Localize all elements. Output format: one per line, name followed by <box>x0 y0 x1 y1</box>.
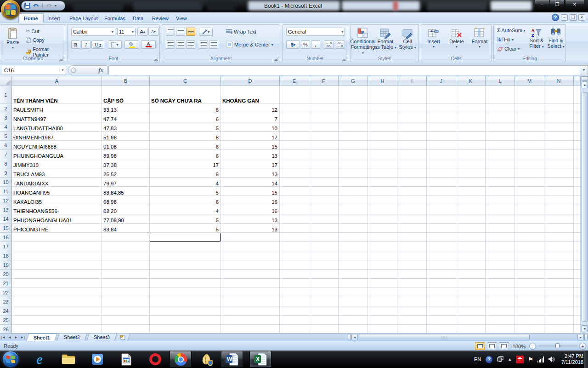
cell-I11[interactable] <box>397 187 427 196</box>
cell-J26[interactable] <box>427 325 456 333</box>
cell-I25[interactable] <box>397 316 427 325</box>
cell-G12[interactable] <box>339 196 368 205</box>
cell-A10[interactable]: TANDAIGAIXX <box>12 178 102 187</box>
cell-G5[interactable] <box>339 132 368 141</box>
cell-J19[interactable] <box>427 260 456 270</box>
cell-F13[interactable] <box>309 205 339 214</box>
row-header-3[interactable]: 3 <box>0 113 12 122</box>
cell-M13[interactable] <box>515 205 544 214</box>
cell-M15[interactable] <box>515 224 544 233</box>
cell-A11[interactable]: HOANGANH95 <box>12 187 102 196</box>
cell-J8[interactable] <box>427 159 456 168</box>
cell-E20[interactable] <box>280 270 309 279</box>
action-center-flag-icon[interactable]: ⚑ <box>528 356 533 363</box>
first-sheet-button[interactable]: |◄ <box>0 334 6 341</box>
cell-H1[interactable] <box>368 86 397 104</box>
cell-G1[interactable] <box>339 86 368 104</box>
cell-M23[interactable] <box>515 297 544 306</box>
cell-E24[interactable] <box>280 306 309 316</box>
cell-partial-4[interactable] <box>574 122 581 132</box>
cell-I23[interactable] <box>397 297 427 306</box>
cell-E4[interactable] <box>280 122 309 132</box>
row-header-10[interactable]: 10 <box>0 178 12 187</box>
cell-J23[interactable] <box>427 297 456 306</box>
cell-M9[interactable] <box>515 168 544 178</box>
cell-H22[interactable] <box>368 288 397 297</box>
cell-A21[interactable] <box>12 279 102 288</box>
tab-review[interactable]: Review <box>147 13 174 23</box>
row-header-5[interactable]: 5 <box>0 132 12 141</box>
cell-J3[interactable] <box>427 113 456 122</box>
cell-K8[interactable] <box>456 159 486 168</box>
cell-I22[interactable] <box>397 288 427 297</box>
cell-E8[interactable] <box>280 159 309 168</box>
cell-C13[interactable]: 4 <box>150 205 221 214</box>
cell-N23[interactable] <box>544 297 574 306</box>
volume-icon[interactable] <box>548 356 555 362</box>
cell-N2[interactable] <box>544 104 574 113</box>
taskbar-opera[interactable] <box>147 351 163 367</box>
show-hidden-icons-button[interactable]: ▲ <box>508 357 512 362</box>
cell-I15[interactable] <box>397 224 427 233</box>
cell-F9[interactable] <box>309 168 339 178</box>
cell-H4[interactable] <box>368 122 397 132</box>
cell-G25[interactable] <box>339 316 368 325</box>
row-header-20[interactable]: 20 <box>0 270 12 279</box>
conditional-formatting-button[interactable]: ConditionalFormatting ▾ <box>351 26 374 56</box>
top-align-button[interactable] <box>166 28 175 36</box>
cell-E16[interactable] <box>280 233 309 242</box>
cell-F2[interactable] <box>309 104 339 113</box>
cell-M21[interactable] <box>515 279 544 288</box>
cell-C21[interactable] <box>150 279 221 288</box>
cell-D3[interactable]: 7 <box>221 113 280 122</box>
cell-B15[interactable]: 83,84 <box>102 224 150 233</box>
cell-E15[interactable] <box>280 224 309 233</box>
comma-style-button[interactable]: , <box>311 40 320 49</box>
tab-insert[interactable]: Insert <box>42 13 65 23</box>
cell-N9[interactable] <box>544 168 574 178</box>
cell-G7[interactable] <box>339 150 368 159</box>
cell-F25[interactable] <box>309 316 339 325</box>
taskbar-word[interactable]: W <box>221 351 243 368</box>
cell-A20[interactable] <box>12 270 102 279</box>
cell-F17[interactable] <box>309 242 339 251</box>
cell-F16[interactable] <box>309 233 339 242</box>
cell-N1[interactable] <box>544 86 574 104</box>
align-center-button[interactable] <box>176 40 185 49</box>
cell-K25[interactable] <box>456 316 486 325</box>
cell-H14[interactable] <box>368 214 397 224</box>
cell-partial-24[interactable] <box>574 306 581 316</box>
cell-F19[interactable] <box>309 260 339 270</box>
cell-M2[interactable] <box>515 104 544 113</box>
cell-B10[interactable]: 79,97 <box>102 178 150 187</box>
cell-M4[interactable] <box>515 122 544 132</box>
cell-D24[interactable] <box>221 306 280 316</box>
cell-partial-14[interactable] <box>574 214 581 224</box>
cell-A5[interactable]: ĐINHMENH1987 <box>12 132 102 141</box>
row-header-19[interactable]: 19 <box>0 260 12 270</box>
cell-C23[interactable] <box>150 297 221 306</box>
cell-H17[interactable] <box>368 242 397 251</box>
cell-A6[interactable]: NGUYENHAI6868 <box>12 141 102 150</box>
bold-button[interactable]: B <box>71 40 80 49</box>
zoom-slider-track[interactable] <box>538 345 577 347</box>
tab-page-layout[interactable]: Page Layout <box>64 13 103 23</box>
cell-G19[interactable] <box>339 260 368 270</box>
cell-M16[interactable] <box>515 233 544 242</box>
cell-partial-12[interactable] <box>574 196 581 205</box>
decrease-indent-button[interactable] <box>199 40 208 49</box>
cell-H5[interactable] <box>368 132 397 141</box>
redo-icon-disabled[interactable] <box>45 3 52 9</box>
cell-partial-13[interactable] <box>574 205 581 214</box>
cell-N6[interactable] <box>544 141 574 150</box>
cell-E21[interactable] <box>280 279 309 288</box>
cell-K2[interactable] <box>456 104 486 113</box>
cell-F18[interactable] <box>309 251 339 260</box>
cell-N26[interactable] <box>544 325 574 333</box>
cell-M12[interactable] <box>515 196 544 205</box>
cell-J25[interactable] <box>427 316 456 325</box>
alignment-dialog-launcher[interactable] <box>274 57 278 61</box>
clock[interactable]: 2:47 PM 7/11/2018 <box>561 353 583 365</box>
horizontal-scrollbar[interactable]: ◄ |||| ► <box>347 334 588 341</box>
cell-E25[interactable] <box>280 316 309 325</box>
